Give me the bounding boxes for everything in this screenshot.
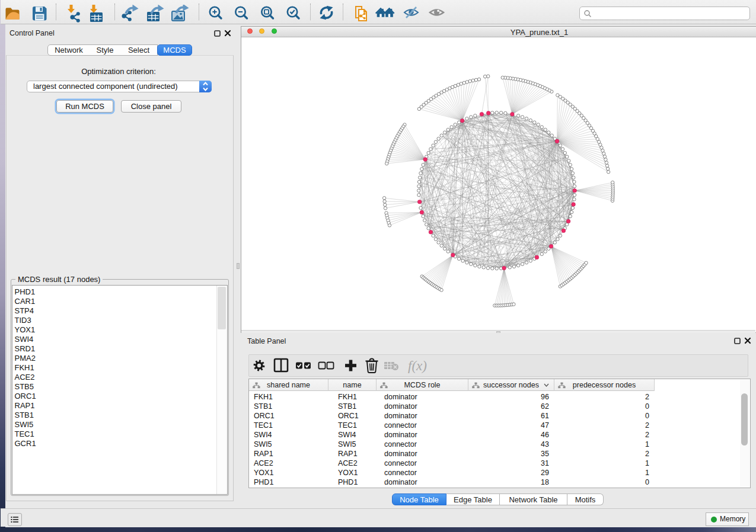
svg-text:f(x): f(x): [408, 358, 427, 373]
